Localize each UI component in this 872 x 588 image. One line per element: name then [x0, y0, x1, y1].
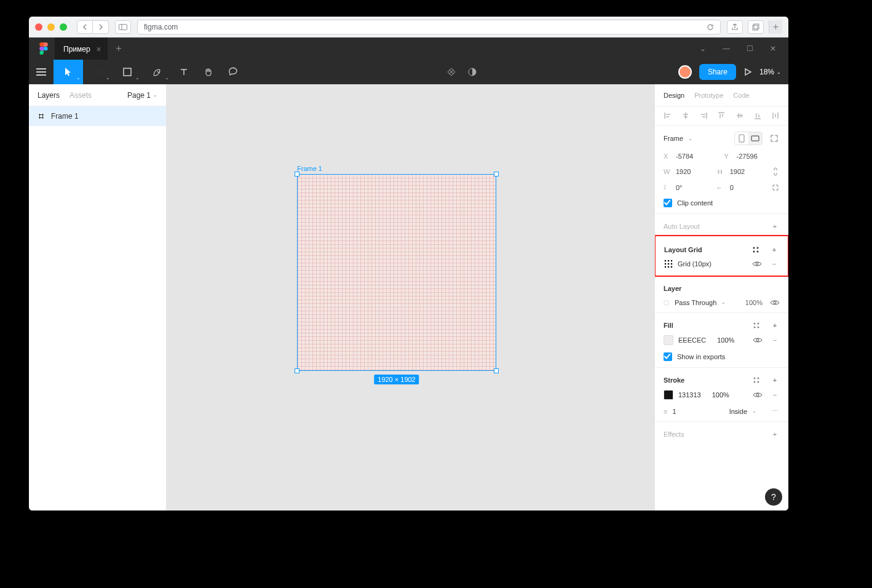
share-icon[interactable] — [727, 20, 743, 34]
effects-add-icon[interactable]: + — [770, 431, 780, 438]
selected-frame[interactable]: Frame 1 1920 × 1902 — [297, 174, 496, 371]
layer-row-frame1[interactable]: Frame 1 — [29, 106, 166, 126]
grid-remove-icon[interactable]: − — [769, 260, 779, 268]
h-input[interactable]: 1902 — [730, 168, 745, 175]
fill-swatch[interactable] — [664, 335, 673, 345]
stroke-add-icon[interactable]: + — [770, 376, 780, 384]
stroke-weight[interactable]: 1 — [672, 408, 676, 415]
window-close-icon[interactable]: ✕ — [761, 44, 785, 53]
frame-surface[interactable] — [297, 174, 496, 371]
frame-title-label[interactable]: Frame 1 — [297, 165, 322, 172]
move-tool[interactable]: ⌄ — [54, 60, 83, 84]
window-maximize-icon[interactable]: ☐ — [738, 44, 761, 53]
avatar[interactable] — [678, 65, 692, 79]
stroke-align[interactable]: Inside — [729, 408, 747, 415]
layout-grid-add-icon[interactable]: + — [769, 246, 779, 253]
stroke-more-icon[interactable]: ⋯ — [770, 407, 780, 415]
grid-type-icon[interactable] — [664, 260, 673, 268]
layer-visibility-icon[interactable] — [770, 299, 780, 306]
fill-visibility-icon[interactable] — [753, 336, 763, 344]
align-right-icon[interactable] — [699, 111, 708, 120]
align-vcenter-icon[interactable] — [735, 111, 744, 120]
resize-handle-bl[interactable] — [295, 368, 299, 373]
nav-forward[interactable] — [93, 20, 109, 34]
close-window[interactable] — [35, 23, 42, 31]
align-top-icon[interactable] — [717, 111, 726, 120]
w-input[interactable]: 1920 — [676, 168, 691, 175]
tab-design[interactable]: Design — [664, 92, 684, 99]
share-button[interactable]: Share — [699, 64, 736, 80]
url-bar[interactable]: figma.com — [137, 20, 721, 34]
rotation-input[interactable]: 0° — [676, 184, 683, 191]
tab-prototype[interactable]: Prototype — [694, 92, 723, 99]
help-button[interactable]: ? — [765, 488, 782, 506]
component-icon[interactable] — [446, 67, 456, 77]
layer-opacity[interactable]: 100% — [745, 299, 763, 306]
clip-content-checkbox[interactable] — [664, 199, 672, 207]
zoom-selector[interactable]: 18%⌄ — [759, 68, 781, 76]
fill-remove-icon[interactable]: − — [770, 336, 780, 344]
resize-to-fit-icon[interactable] — [770, 134, 780, 143]
stroke-remove-icon[interactable]: − — [770, 391, 780, 399]
tab-code[interactable]: Code — [733, 92, 749, 99]
tabs-overview-icon[interactable] — [748, 20, 764, 34]
align-hcenter-icon[interactable] — [681, 111, 690, 120]
reload-icon[interactable] — [707, 23, 714, 31]
comment-tool[interactable] — [221, 60, 245, 84]
grid-item-label[interactable]: Grid (10px) — [678, 260, 711, 268]
new-tab-button[interactable]: + — [769, 20, 782, 34]
stroke-styles-icon[interactable] — [753, 376, 763, 384]
orientation-segment[interactable] — [734, 132, 763, 145]
stroke-opacity[interactable]: 100% — [712, 391, 729, 399]
grid-visibility-icon[interactable] — [752, 260, 762, 268]
fullscreen-window[interactable] — [60, 23, 67, 31]
constrain-proportions-icon[interactable] — [772, 167, 780, 176]
figma-home-icon[interactable] — [33, 38, 55, 60]
stroke-swatch[interactable] — [664, 390, 673, 400]
resize-handle-br[interactable] — [494, 368, 499, 373]
radius-input[interactable]: 0 — [730, 184, 734, 191]
main-menu-icon[interactable] — [29, 60, 54, 84]
fill-hex[interactable]: EEECEC — [678, 336, 706, 344]
file-tab[interactable]: Пример × — [55, 38, 108, 60]
text-tool[interactable] — [172, 60, 196, 84]
add-tab-button[interactable]: + — [108, 43, 130, 54]
fill-opacity[interactable]: 100% — [717, 336, 734, 344]
close-tab-icon[interactable]: × — [97, 44, 101, 54]
mask-icon[interactable] — [467, 67, 477, 77]
resize-handle-tl[interactable] — [295, 172, 299, 177]
minimize-window[interactable] — [47, 23, 55, 31]
independent-corners-icon[interactable] — [772, 184, 780, 191]
nav-back[interactable] — [77, 20, 93, 34]
present-icon[interactable] — [743, 68, 752, 76]
stroke-visibility-icon[interactable] — [753, 391, 763, 399]
fill-add-icon[interactable]: + — [770, 322, 780, 329]
chevron-down-icon[interactable]: ⌄ — [691, 44, 715, 53]
x-input[interactable]: -5784 — [676, 153, 693, 160]
auto-layout-add-icon[interactable]: + — [770, 223, 780, 230]
distribute-icon[interactable] — [771, 111, 780, 120]
tab-layers[interactable]: Layers — [38, 91, 60, 100]
align-left-icon[interactable] — [664, 111, 672, 120]
stroke-hex[interactable]: 131313 — [678, 391, 701, 399]
landscape-icon[interactable] — [748, 132, 762, 145]
hand-tool[interactable] — [196, 60, 221, 84]
svg-point-22 — [756, 263, 758, 265]
pen-tool[interactable]: ⌄ — [142, 60, 172, 84]
portrait-icon[interactable] — [735, 132, 748, 145]
blend-mode[interactable]: Pass Through — [675, 299, 716, 306]
layout-grid-styles-icon[interactable] — [752, 246, 762, 253]
frame-tool[interactable]: ⌄ — [83, 60, 113, 84]
fill-styles-icon[interactable] — [753, 322, 763, 329]
canvas[interactable]: Frame 1 1920 × 1902 — [167, 84, 654, 511]
show-in-exports-checkbox[interactable] — [664, 352, 672, 361]
sidebar-toggle-icon[interactable] — [115, 20, 131, 34]
page-selector[interactable]: Page 1⌄ — [127, 91, 157, 100]
align-bottom-icon[interactable] — [753, 111, 762, 120]
tab-assets[interactable]: Assets — [69, 91, 92, 100]
frame-type[interactable]: Frame — [664, 135, 683, 142]
shape-tool[interactable]: ⌄ — [113, 60, 142, 84]
y-input[interactable]: -27596 — [737, 153, 758, 160]
resize-handle-tr[interactable] — [494, 172, 499, 177]
window-minimize-icon[interactable]: — — [715, 44, 738, 53]
